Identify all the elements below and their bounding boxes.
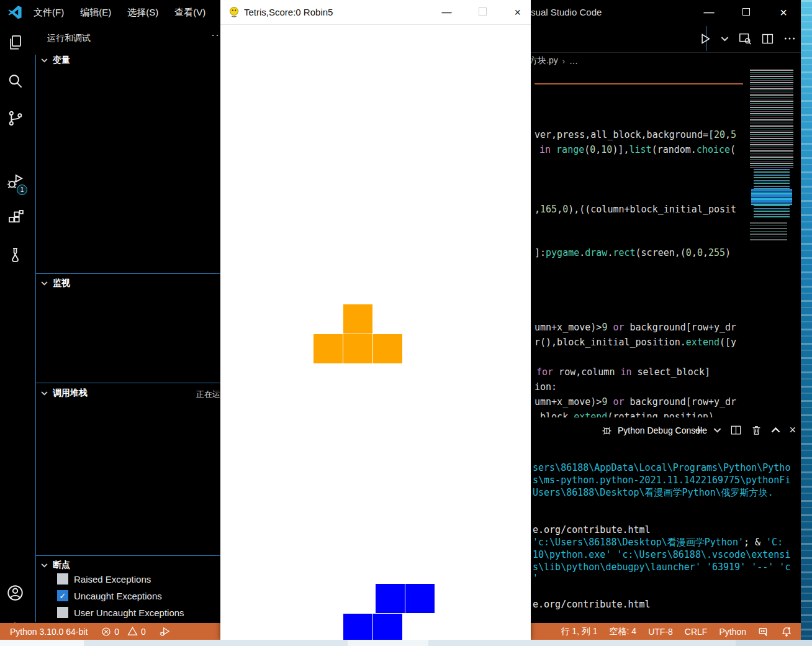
status-indentation[interactable]: 空格: 4 [610,626,637,637]
code-line: for row,column in select_block] [536,366,710,378]
chevron-down-icon [41,281,48,286]
tetris-block-orange [343,304,372,334]
sidebar-focus-border [35,55,36,622]
close-button[interactable]: × [777,0,790,25]
section-breakpoints[interactable]: 断点 [41,560,70,571]
trash-icon[interactable] [751,424,762,436]
code-line: umn+x_move)>9 or background[row+y_dr [535,396,736,407]
source-control-icon[interactable] [0,103,30,133]
status-bar-right: 行 1, 列 1空格: 4UTF-8CRLFPython [561,626,792,637]
minimap[interactable] [749,70,797,242]
breadcrumb-file[interactable]: 方块.py [529,55,558,66]
status-eol[interactable]: CRLF [685,627,708,637]
python-interpreter[interactable]: Python 3.10.0 64-bit [10,627,88,637]
status-encoding[interactable]: UTF-8 [648,627,673,637]
extensions-icon[interactable] [0,202,30,232]
console-line: sers\86188\AppData\Local\Programs\Python… [533,462,790,473]
section-variables[interactable]: 变量 [41,55,70,66]
breakpoint-row[interactable]: ✓Uncaught Exceptions [57,590,162,601]
notifications-bell-icon[interactable] [781,626,792,637]
close-panel-icon[interactable]: × [789,424,796,436]
debug-session-icon[interactable] [160,626,171,637]
tetris-close-button[interactable]: × [514,6,521,19]
problems-indicator[interactable]: 0 0 [101,626,146,637]
checkbox-checked[interactable]: ✓ [57,590,68,601]
section-call-stack[interactable]: 调用堆栈 [41,388,88,399]
testing-icon[interactable] [0,240,30,270]
console-dropdown-chevron-icon[interactable] [713,427,721,433]
chevron-down-icon [41,58,48,63]
console-line: 10\python.exe' 'c:\Users\86188\.vscode\e… [533,549,790,560]
console-line: Users\86188\Desktop\看漫画学Python\俄罗斯方块. [533,487,774,499]
checkbox-unchecked[interactable] [57,573,68,585]
code-line: ,165,0),((column+block_initial_posit [535,204,736,215]
breakpoint-label: Raised Exceptions [74,574,151,585]
breakpoint-row[interactable]: User Uncaught Exceptions [57,607,184,618]
desktop: 文件(F)编辑(E)选择(S)查看(V)转 Visual Studio Code… [0,0,812,646]
tetris-block-orange [373,334,402,363]
feedback-icon[interactable] [758,626,769,637]
console-line: e.org/contribute.html [533,524,651,535]
debug-console-bug-icon [601,424,613,436]
activity-bar: 1 [0,25,30,623]
tetris-block-blue [373,614,402,640]
minimize-button[interactable]: — [703,0,715,25]
run-button[interactable] [698,32,711,45]
breakpoint-row[interactable]: Raised Exceptions [57,573,151,585]
tetris-maximize-button[interactable] [479,7,487,18]
code-line: in range(0,10)],list(random.choice( [539,144,736,155]
code-line: r(),block_initial_position.extend([y [535,337,736,348]
tetris-block-blue [343,614,372,640]
vscode-window-controls: — × [703,0,790,25]
status-language-mode[interactable]: Python [719,627,746,637]
maximize-button[interactable] [740,0,752,25]
run-dropdown-chevron-icon[interactable] [721,36,729,42]
split-terminal-icon[interactable] [730,424,742,436]
status-cursor-position[interactable]: 行 1, 列 1 [561,626,597,637]
tetris-minimize-button[interactable]: — [441,7,451,18]
tetris-block-orange [314,334,343,363]
run-debug-icon[interactable]: 1 [0,166,30,196]
split-editor-icon[interactable] [761,32,774,45]
checkbox-unchecked[interactable] [57,607,68,618]
new-console-plus-icon[interactable] [693,424,705,436]
account-icon[interactable] [0,578,30,607]
more-actions-icon[interactable] [783,32,796,45]
tetris-block-blue [405,584,435,613]
debug-badge: 1 [17,184,27,195]
chevron-down-icon [41,563,48,568]
menu-item-view[interactable]: 查看(V) [174,7,205,19]
tetris-block-blue [376,584,405,613]
tetris-canvas [220,25,531,640]
console-line: s\ms-python.python-2021.11.1422169775\py… [533,475,790,486]
code-line: _block.extend(rotating_position) [535,411,714,417]
desktop-wallpaper [801,0,812,646]
console-line: ' [533,573,538,584]
menu-item-file[interactable]: 文件(F) [34,7,64,19]
vscode-logo-icon [7,5,22,20]
menu-item-selection[interactable]: 选择(S) [127,7,158,19]
run-debug-sidebar: 运行和调试 ··· 变量 监视 调用堆栈 正在运行 [30,25,220,623]
explorer-icon[interactable] [0,27,30,57]
vscode-window-title: Visual Studio Code [523,0,602,25]
code-line: umn+x_move)>9 or background[row+y_dr [535,322,736,333]
console-line: e.org/contribute.html [533,599,651,610]
section-watch[interactable]: 监视 [41,278,70,289]
tetris-window-title: Tetris,Score:0 Robin5 [244,0,333,25]
open-changes-icon[interactable] [738,32,752,45]
panel-title[interactable]: Python Debug Console [601,424,707,436]
console-line: s\lib\python\debugpy\launcher' '63919' '… [533,562,790,573]
code-line: ver,press,all_block,background=[20,5 [535,129,736,140]
pygame-python-icon [228,6,240,19]
menu-item-edit[interactable]: 编辑(E) [80,7,111,19]
panel-actions: × [693,424,796,436]
menubar: 文件(F)编辑(E)选择(S)查看(V)转 [34,0,231,25]
search-icon[interactable] [0,66,30,96]
breakpoint-label: User Uncaught Exceptions [74,607,184,618]
windows-taskbar[interactable] [0,640,812,646]
maximize-panel-chevron-icon[interactable] [771,427,780,434]
breakpoint-label: Uncaught Exceptions [74,591,162,601]
tetris-titlebar: Tetris,Score:0 Robin5 — × [220,0,531,25]
tetris-block-orange [343,334,372,363]
breadcrumb-more[interactable]: … [569,56,578,66]
